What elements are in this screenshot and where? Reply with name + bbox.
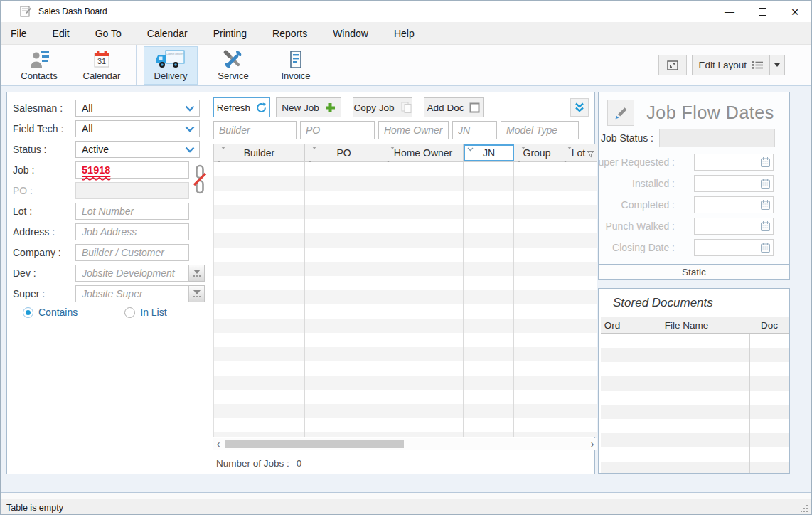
- menu-window[interactable]: Window: [324, 28, 377, 39]
- status-combo[interactable]: Active: [75, 141, 200, 158]
- edit-dates-button[interactable]: [607, 100, 634, 126]
- calendar-button[interactable]: 31 Calendar: [75, 46, 129, 85]
- add-doc-button[interactable]: Add Doc: [424, 97, 484, 117]
- super-input[interactable]: [75, 285, 189, 302]
- super-dropdown-button[interactable]: [189, 285, 205, 302]
- scrollbar-thumb[interactable]: [225, 440, 404, 448]
- invoice-button[interactable]: Invoice: [269, 46, 323, 85]
- chevron-down-icon: [185, 147, 195, 153]
- column-header-ord[interactable]: Ord: [601, 317, 624, 333]
- field-tech-label: Field Tech :: [13, 123, 75, 134]
- scroll-left-icon[interactable]: ‹: [213, 438, 223, 450]
- chevron-down-icon: [185, 105, 195, 112]
- chevron-down-icon: [774, 63, 780, 67]
- in-list-radio[interactable]: [124, 307, 135, 318]
- column-header-builder[interactable]: Builder: [214, 144, 305, 161]
- plus-icon: [325, 102, 336, 113]
- minimize-icon: —: [725, 6, 734, 17]
- sort-icon: [563, 149, 572, 161]
- menu-file[interactable]: File: [2, 28, 36, 39]
- address-input[interactable]: [75, 223, 189, 240]
- punch-walked-label: Punch Walked :: [605, 221, 675, 232]
- super-requested-label: Super Requested :: [599, 156, 675, 168]
- model-type-search-input[interactable]: [501, 121, 579, 139]
- maximize-button[interactable]: [746, 1, 779, 22]
- jn-search-input[interactable]: [452, 121, 497, 139]
- scroll-right-icon[interactable]: ›: [587, 438, 597, 450]
- minimize-button[interactable]: —: [713, 1, 746, 22]
- edit-layout-dropdown[interactable]: [770, 63, 784, 67]
- completed-row: Completed :: [599, 196, 789, 213]
- dev-dropdown-button[interactable]: [189, 265, 205, 282]
- menu-edit[interactable]: Edit: [44, 28, 78, 39]
- in-list-radio-label: In List: [140, 307, 166, 318]
- restore-window-icon: [667, 60, 678, 70]
- menu-reports[interactable]: Reports: [264, 28, 316, 39]
- grid-header: Builder PO Home Owner JN: [213, 144, 597, 162]
- date-picker-icon: [760, 178, 771, 189]
- lot-input[interactable]: [75, 203, 189, 220]
- super-requested-date-field[interactable]: [694, 154, 774, 171]
- grid-body-empty[interactable]: [213, 162, 597, 437]
- home-owner-search-input[interactable]: [378, 121, 449, 139]
- closing-date-field[interactable]: [694, 239, 774, 256]
- delivery-button[interactable]: Cabinet Delivery Delivery: [144, 46, 198, 85]
- jobs-grid-area: Refresh New Job Copy Job: [208, 92, 594, 474]
- contacts-icon: [28, 50, 50, 69]
- document-box-icon: [469, 102, 480, 113]
- show-panel-button[interactable]: [658, 55, 687, 75]
- menu-go-to[interactable]: Go To: [87, 28, 130, 39]
- calendar-31-icon: 31: [92, 50, 111, 69]
- status-bar: Table is empty: [1, 499, 811, 515]
- horizontal-scrollbar[interactable]: ‹ ›: [213, 438, 597, 450]
- contacts-button[interactable]: Contacts: [12, 46, 66, 85]
- ellipsis-icon: [193, 296, 201, 297]
- field-tech-combo[interactable]: All: [75, 120, 200, 137]
- job-flow-dates-panel: Job Flow Dates Job Status : Super Reques…: [598, 92, 790, 280]
- completed-label: Completed :: [621, 199, 675, 211]
- service-tools-icon: [223, 50, 243, 69]
- dev-input[interactable]: [75, 265, 189, 282]
- stored-documents-body-empty[interactable]: [601, 334, 789, 473]
- column-header-doc[interactable]: Doc: [749, 317, 789, 333]
- menu-calendar[interactable]: Calendar: [139, 28, 196, 39]
- column-header-file-name[interactable]: File Name: [624, 317, 749, 333]
- builder-search-input[interactable]: [213, 121, 297, 139]
- installed-date-field[interactable]: [694, 175, 774, 192]
- copy-job-button[interactable]: Copy Job: [353, 97, 412, 117]
- invoice-icon: [288, 50, 304, 69]
- service-button[interactable]: Service: [206, 46, 260, 85]
- date-picker-icon: [760, 156, 771, 168]
- installed-row: Installed :: [599, 175, 789, 192]
- po-input[interactable]: [75, 182, 189, 199]
- punch-walked-date-field[interactable]: [694, 218, 774, 235]
- edit-layout-button[interactable]: Edit Layout: [692, 55, 785, 75]
- job-input[interactable]: 51918: [75, 161, 189, 179]
- menu-help[interactable]: Help: [385, 28, 423, 39]
- po-label: PO :: [13, 185, 75, 196]
- column-header-home-owner[interactable]: Home Owner: [383, 144, 464, 161]
- column-header-po[interactable]: PO: [305, 144, 383, 161]
- resize-grip-icon[interactable]: [801, 505, 808, 513]
- salesman-combo[interactable]: All: [75, 100, 200, 117]
- stored-documents-title: Stored Documents: [599, 289, 789, 317]
- refresh-button[interactable]: Refresh: [213, 97, 270, 117]
- close-button[interactable]: ×: [779, 1, 811, 22]
- po-search-input[interactable]: [300, 121, 375, 139]
- company-input[interactable]: [75, 244, 189, 261]
- filter-funnel-icon[interactable]: [587, 150, 594, 158]
- column-header-group[interactable]: Group: [514, 144, 560, 161]
- menu-printing[interactable]: Printing: [205, 28, 255, 39]
- expand-search-button[interactable]: [570, 98, 589, 117]
- completed-date-field[interactable]: [694, 196, 774, 213]
- new-job-button[interactable]: New Job: [276, 97, 341, 117]
- column-header-lot[interactable]: Lot: [560, 144, 597, 161]
- company-label: Company :: [13, 247, 75, 258]
- pencil-icon: [613, 105, 629, 121]
- main-toolbar: Contacts 31 Calendar Cabinet Delivery: [1, 45, 811, 86]
- column-header-jn[interactable]: JN: [464, 144, 514, 161]
- ellipsis-icon: [193, 275, 201, 277]
- contains-radio[interactable]: [23, 307, 33, 318]
- bottom-strip: [1, 493, 811, 499]
- refresh-icon: [256, 102, 267, 113]
